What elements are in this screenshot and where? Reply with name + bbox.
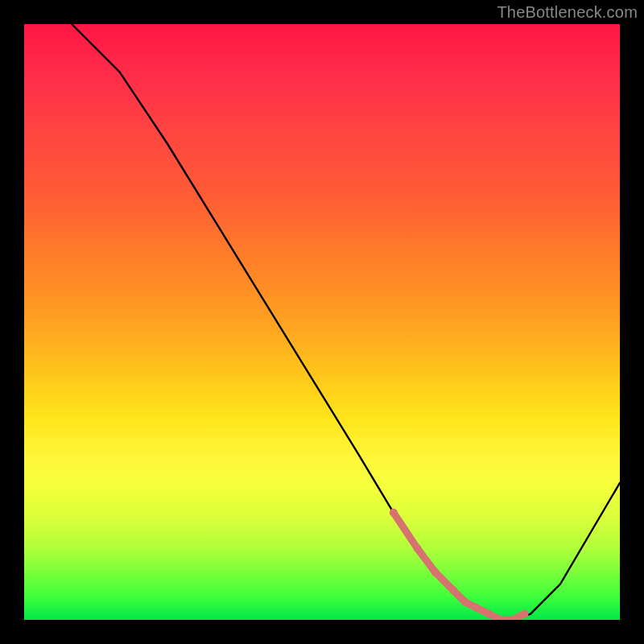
optimal-marker <box>431 568 440 576</box>
plot-area <box>24 24 620 620</box>
optimal-marker <box>461 598 469 606</box>
optimal-marker <box>449 586 457 594</box>
optimal-marker <box>390 509 398 517</box>
watermark-text: TheBottleneck.com <box>497 3 638 22</box>
optimal-marker <box>413 544 421 552</box>
optimal-range-markers <box>390 509 529 620</box>
chart-overlay <box>24 24 620 620</box>
optimal-marker <box>473 604 481 612</box>
optimal-marker <box>521 610 529 618</box>
bottleneck-curve <box>72 24 620 620</box>
chart-container: TheBottleneck.com <box>0 0 644 644</box>
optimal-marker <box>485 610 493 618</box>
optimal-range-line <box>394 513 525 620</box>
